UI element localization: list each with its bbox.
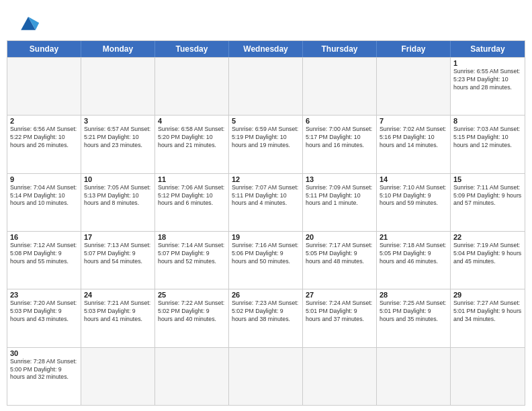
- day-info: Sunrise: 7:16 AM Sunset: 5:06 PM Dayligh…: [232, 242, 300, 266]
- day-info: Sunrise: 7:12 AM Sunset: 5:08 PM Dayligh…: [10, 242, 78, 266]
- day-of-week-saturday: Saturday: [451, 41, 525, 57]
- calendar-cell: [303, 348, 377, 405]
- day-info: Sunrise: 7:20 AM Sunset: 5:03 PM Dayligh…: [10, 300, 78, 324]
- day-info: Sunrise: 7:28 AM Sunset: 5:00 PM Dayligh…: [10, 358, 78, 382]
- calendar-cell: 23Sunrise: 7:20 AM Sunset: 5:03 PM Dayli…: [7, 289, 81, 347]
- calendar-cell: 7Sunrise: 7:02 AM Sunset: 5:16 PM Daylig…: [377, 116, 451, 173]
- calendar-cell: 24Sunrise: 7:21 AM Sunset: 5:03 PM Dayli…: [81, 289, 155, 347]
- day-info: Sunrise: 7:19 AM Sunset: 5:04 PM Dayligh…: [453, 242, 522, 266]
- day-number: 17: [84, 233, 152, 241]
- calendar-cell: 30Sunrise: 7:28 AM Sunset: 5:00 PM Dayli…: [7, 348, 81, 405]
- day-info: Sunrise: 7:02 AM Sunset: 5:16 PM Dayligh…: [380, 126, 447, 150]
- page: SundayMondayTuesdayWednesdayThursdayFrid…: [0, 0, 532, 411]
- day-info: Sunrise: 7:17 AM Sunset: 5:05 PM Dayligh…: [306, 242, 373, 266]
- day-info: Sunrise: 6:58 AM Sunset: 5:20 PM Dayligh…: [158, 126, 226, 150]
- logo: [13, 11, 40, 35]
- day-number: 19: [232, 233, 300, 241]
- calendar-cell: 12Sunrise: 7:07 AM Sunset: 5:11 PM Dayli…: [229, 174, 303, 231]
- day-number: 25: [158, 291, 226, 299]
- calendar-cell: [81, 58, 155, 115]
- calendar-cell: [229, 58, 303, 115]
- calendar-cell: 25Sunrise: 7:22 AM Sunset: 5:02 PM Dayli…: [155, 289, 229, 347]
- calendar: SundayMondayTuesdayWednesdayThursdayFrid…: [7, 40, 525, 406]
- calendar-week-6: 30Sunrise: 7:28 AM Sunset: 5:00 PM Dayli…: [7, 347, 525, 405]
- calendar-cell: 21Sunrise: 7:18 AM Sunset: 5:05 PM Dayli…: [377, 232, 451, 289]
- logo-icon: [16, 11, 40, 35]
- day-number: 12: [232, 175, 300, 183]
- day-info: Sunrise: 6:55 AM Sunset: 5:23 PM Dayligh…: [453, 68, 522, 92]
- day-number: 28: [380, 291, 447, 299]
- day-number: 1: [453, 59, 522, 67]
- calendar-cell: 26Sunrise: 7:23 AM Sunset: 5:02 PM Dayli…: [229, 289, 303, 347]
- day-number: 21: [380, 233, 447, 241]
- day-info: Sunrise: 7:09 AM Sunset: 5:11 PM Dayligh…: [306, 184, 373, 208]
- day-number: 6: [306, 117, 373, 125]
- calendar-cell: 2Sunrise: 6:56 AM Sunset: 5:22 PM Daylig…: [7, 116, 81, 173]
- day-info: Sunrise: 7:14 AM Sunset: 5:07 PM Dayligh…: [158, 242, 226, 266]
- day-info: Sunrise: 7:04 AM Sunset: 5:14 PM Dayligh…: [10, 184, 78, 208]
- day-number: 18: [158, 233, 226, 241]
- day-number: 7: [380, 117, 447, 125]
- calendar-cell: 28Sunrise: 7:25 AM Sunset: 5:01 PM Dayli…: [377, 289, 451, 347]
- calendar-cell: [303, 58, 377, 115]
- calendar-cell: 1Sunrise: 6:55 AM Sunset: 5:23 PM Daylig…: [451, 58, 525, 115]
- day-number: 4: [158, 117, 226, 125]
- day-of-week-monday: Monday: [81, 41, 155, 57]
- header: [0, 0, 532, 40]
- day-number: 2: [10, 117, 78, 125]
- calendar-cell: [451, 348, 525, 405]
- calendar-week-1: 1Sunrise: 6:55 AM Sunset: 5:23 PM Daylig…: [7, 57, 525, 115]
- calendar-cell: 17Sunrise: 7:13 AM Sunset: 5:07 PM Dayli…: [81, 232, 155, 289]
- calendar-cell: 14Sunrise: 7:10 AM Sunset: 5:10 PM Dayli…: [377, 174, 451, 231]
- calendar-cell: 15Sunrise: 7:11 AM Sunset: 5:09 PM Dayli…: [451, 174, 525, 231]
- day-number: 10: [84, 175, 152, 183]
- day-of-week-tuesday: Tuesday: [155, 41, 229, 57]
- calendar-week-2: 2Sunrise: 6:56 AM Sunset: 5:22 PM Daylig…: [7, 115, 525, 173]
- calendar-header: SundayMondayTuesdayWednesdayThursdayFrid…: [7, 41, 525, 57]
- day-info: Sunrise: 7:03 AM Sunset: 5:15 PM Dayligh…: [453, 126, 522, 150]
- day-number: 27: [306, 291, 373, 299]
- calendar-cell: 9Sunrise: 7:04 AM Sunset: 5:14 PM Daylig…: [7, 174, 81, 231]
- day-info: Sunrise: 7:07 AM Sunset: 5:11 PM Dayligh…: [232, 184, 300, 208]
- day-number: 14: [380, 175, 447, 183]
- calendar-cell: [229, 348, 303, 405]
- day-number: 22: [453, 233, 522, 241]
- calendar-cell: [155, 348, 229, 405]
- day-number: 16: [10, 233, 78, 241]
- calendar-cell: [7, 58, 81, 115]
- calendar-cell: 19Sunrise: 7:16 AM Sunset: 5:06 PM Dayli…: [229, 232, 303, 289]
- calendar-cell: 29Sunrise: 7:27 AM Sunset: 5:01 PM Dayli…: [451, 289, 525, 347]
- calendar-cell: 5Sunrise: 6:59 AM Sunset: 5:19 PM Daylig…: [229, 116, 303, 173]
- calendar-cell: [155, 58, 229, 115]
- day-number: 3: [84, 117, 152, 125]
- day-of-week-wednesday: Wednesday: [229, 41, 303, 57]
- calendar-cell: 3Sunrise: 6:57 AM Sunset: 5:21 PM Daylig…: [81, 116, 155, 173]
- day-info: Sunrise: 6:59 AM Sunset: 5:19 PM Dayligh…: [232, 126, 300, 150]
- day-info: Sunrise: 7:13 AM Sunset: 5:07 PM Dayligh…: [84, 242, 152, 266]
- day-number: 5: [232, 117, 300, 125]
- day-info: Sunrise: 7:18 AM Sunset: 5:05 PM Dayligh…: [380, 242, 447, 266]
- calendar-cell: 16Sunrise: 7:12 AM Sunset: 5:08 PM Dayli…: [7, 232, 81, 289]
- day-number: 24: [84, 291, 152, 299]
- calendar-cell: 10Sunrise: 7:05 AM Sunset: 5:13 PM Dayli…: [81, 174, 155, 231]
- day-number: 8: [453, 117, 522, 125]
- day-number: 23: [10, 291, 78, 299]
- calendar-cell: 20Sunrise: 7:17 AM Sunset: 5:05 PM Dayli…: [303, 232, 377, 289]
- day-number: 15: [453, 175, 522, 183]
- calendar-cell: 27Sunrise: 7:24 AM Sunset: 5:01 PM Dayli…: [303, 289, 377, 347]
- day-number: 9: [10, 175, 78, 183]
- day-info: Sunrise: 7:23 AM Sunset: 5:02 PM Dayligh…: [232, 300, 300, 324]
- day-info: Sunrise: 7:05 AM Sunset: 5:13 PM Dayligh…: [84, 184, 152, 208]
- calendar-week-4: 16Sunrise: 7:12 AM Sunset: 5:08 PM Dayli…: [7, 231, 525, 289]
- day-info: Sunrise: 7:00 AM Sunset: 5:17 PM Dayligh…: [306, 126, 373, 150]
- calendar-week-3: 9Sunrise: 7:04 AM Sunset: 5:14 PM Daylig…: [7, 173, 525, 231]
- day-info: Sunrise: 7:22 AM Sunset: 5:02 PM Dayligh…: [158, 300, 226, 324]
- day-number: 26: [232, 291, 300, 299]
- day-of-week-thursday: Thursday: [303, 41, 377, 57]
- day-number: 29: [453, 291, 522, 299]
- day-number: 30: [10, 349, 78, 357]
- day-info: Sunrise: 7:10 AM Sunset: 5:10 PM Dayligh…: [380, 184, 447, 208]
- day-of-week-sunday: Sunday: [7, 41, 81, 57]
- calendar-cell: 18Sunrise: 7:14 AM Sunset: 5:07 PM Dayli…: [155, 232, 229, 289]
- calendar-cell: [81, 348, 155, 405]
